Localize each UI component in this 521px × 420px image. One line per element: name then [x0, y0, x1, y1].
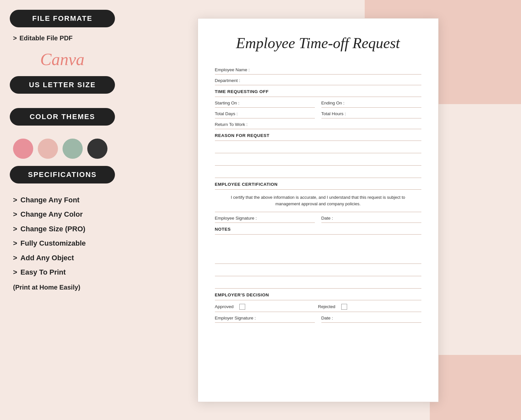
ending-on-label: Ending On : — [321, 101, 345, 105]
rejected-item: Rejected — [318, 304, 421, 310]
spec-item-size: Change Size (PRO) — [13, 225, 115, 233]
employee-sig-label: Employee Signature : — [215, 216, 257, 221]
notes-line-2 — [215, 264, 421, 276]
date-cell-2: Date : — [321, 312, 421, 323]
file-format-badge: FILE FORMATE — [10, 10, 115, 27]
swatch-sage — [63, 139, 83, 159]
total-days-label: Total Days : — [215, 111, 238, 116]
swatch-dark — [87, 139, 107, 159]
canva-logo: Canva — [10, 50, 115, 69]
employee-name-label: Employee Name : — [215, 67, 250, 72]
employer-decision-header: EMPLOYER'S DECISION — [215, 289, 421, 300]
spec-item-object: Add Any Object — [13, 254, 115, 262]
reason-header: REASON FOR REQUEST — [215, 129, 421, 141]
approved-checkbox[interactable] — [239, 304, 245, 310]
total-days-cell: Total Days : — [215, 108, 315, 118]
starting-ending-row: Starting On : Ending On : — [215, 97, 421, 108]
approved-item: Approved — [215, 304, 318, 310]
employee-sig-cell: Employee Signature : — [215, 212, 315, 223]
swatch-pink — [13, 139, 33, 159]
date-label-2: Date : — [321, 316, 333, 320]
total-hours-label: Total Hours : — [321, 111, 346, 116]
starting-on-cell: Starting On : — [215, 97, 315, 108]
spec-list: Change Any Font Change Any Color Change … — [10, 196, 115, 282]
reason-line-3 — [215, 166, 421, 178]
left-panel: FILE FORMATE Editable File PDF Canva US … — [0, 0, 121, 420]
date-cell-1: Date : — [321, 212, 421, 223]
spec-item-font: Change Any Font — [13, 196, 115, 204]
return-to-work-row: Return To Work : — [215, 118, 421, 129]
spec-item-print: Easy To Print — [13, 268, 115, 277]
color-swatches — [13, 139, 115, 159]
cert-text: I certify that the above information is … — [215, 190, 421, 212]
spec-item-color: Change Any Color — [13, 210, 115, 219]
form-document: Employee Time-off Request Employee Name … — [198, 18, 439, 402]
spec-item-customizable: Fully Customizable — [13, 239, 115, 248]
reason-line-2 — [215, 153, 421, 166]
notes-line-3 — [215, 276, 421, 289]
notes-line-1 — [215, 235, 421, 264]
specifications-badge: SPECIFICATIONS — [10, 166, 115, 183]
notes-header: NOTES — [215, 223, 421, 235]
swatch-light-pink — [38, 139, 58, 159]
file-format-item: Editable File PDF — [13, 34, 115, 42]
ending-on-cell: Ending On : — [321, 97, 421, 108]
department-label: Department : — [215, 78, 240, 83]
time-requesting-header: TIME REQUESTING OFF — [215, 85, 421, 97]
print-note: (Print at Home Easily) — [10, 284, 115, 291]
employer-sig-row: Employer Signature : Date : — [215, 312, 421, 323]
total-row: Total Days : Total Hours : — [215, 108, 421, 118]
starting-on-label: Starting On : — [215, 101, 240, 105]
rejected-label: Rejected — [318, 304, 335, 309]
department-row: Department : — [215, 75, 421, 85]
rejected-checkbox[interactable] — [341, 304, 347, 310]
decorative-block-bottom — [430, 355, 521, 420]
employer-sig-label: Employer Signature : — [215, 316, 256, 320]
employee-name-row: Employee Name : — [215, 64, 421, 75]
employee-sig-row: Employee Signature : Date : — [215, 212, 421, 223]
form-title: Employee Time-off Request — [215, 34, 421, 52]
approved-label: Approved — [215, 304, 234, 309]
right-panel: Employee Time-off Request Employee Name … — [121, 0, 521, 420]
date-label-1: Date : — [321, 216, 333, 221]
file-format-list: Editable File PDF — [10, 34, 115, 44]
approved-rejected-row: Approved Rejected — [215, 300, 421, 312]
employee-cert-header: EMPLOYEE CERTIFICATION — [215, 178, 421, 190]
employer-sig-cell: Employer Signature : — [215, 312, 315, 323]
total-hours-cell: Total Hours : — [321, 108, 421, 118]
us-letter-badge: US LETTER SIZE — [10, 76, 115, 94]
color-themes-badge: COLOR THEMES — [10, 108, 115, 126]
return-to-work-label: Return To Work : — [215, 122, 248, 127]
reason-line-1 — [215, 141, 421, 153]
